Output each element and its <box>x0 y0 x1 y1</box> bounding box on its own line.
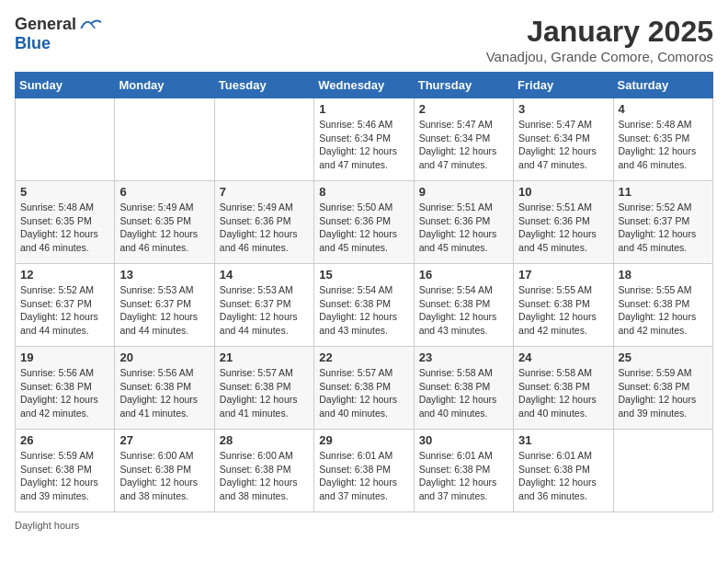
day-info: Sunrise: 5:59 AM Sunset: 6:38 PM Dayligh… <box>619 366 708 420</box>
footer: Daylight hours <box>15 520 713 531</box>
logo-bird-icon <box>80 16 102 34</box>
day-number: 25 <box>619 350 708 364</box>
calendar-week-row: 26Sunrise: 5:59 AM Sunset: 6:38 PM Dayli… <box>16 430 713 512</box>
calendar-cell: 13Sunrise: 5:53 AM Sunset: 6:37 PM Dayli… <box>115 264 214 347</box>
calendar-week-row: 19Sunrise: 5:56 AM Sunset: 6:38 PM Dayli… <box>16 347 713 430</box>
day-info: Sunrise: 5:49 AM Sunset: 6:36 PM Dayligh… <box>220 201 309 255</box>
day-info: Sunrise: 5:47 AM Sunset: 6:34 PM Dayligh… <box>518 118 608 172</box>
day-number: 2 <box>419 102 508 116</box>
title-area: January 2025 Vanadjou, Grande Comore, Co… <box>486 15 713 64</box>
day-info: Sunrise: 5:58 AM Sunset: 6:38 PM Dayligh… <box>419 366 508 420</box>
day-number: 21 <box>220 350 309 364</box>
day-number: 13 <box>119 268 209 282</box>
day-info: Sunrise: 5:53 AM Sunset: 6:37 PM Dayligh… <box>220 283 309 338</box>
calendar-week-row: 1Sunrise: 5:46 AM Sunset: 6:34 PM Daylig… <box>16 98 713 181</box>
day-info: Sunrise: 5:53 AM Sunset: 6:37 PM Dayligh… <box>119 283 209 338</box>
day-info: Sunrise: 5:46 AM Sunset: 6:34 PM Dayligh… <box>319 118 408 172</box>
calendar-cell: 19Sunrise: 5:56 AM Sunset: 6:38 PM Dayli… <box>16 347 115 430</box>
logo: General Blue <box>15 15 102 53</box>
day-number: 19 <box>20 350 109 364</box>
day-number: 20 <box>119 350 209 364</box>
day-info: Sunrise: 5:57 AM Sunset: 6:38 PM Dayligh… <box>220 366 309 420</box>
day-info: Sunrise: 5:47 AM Sunset: 6:34 PM Dayligh… <box>419 118 508 172</box>
calendar-cell: 10Sunrise: 5:51 AM Sunset: 6:36 PM Dayli… <box>514 181 613 264</box>
calendar-cell: 25Sunrise: 5:59 AM Sunset: 6:38 PM Dayli… <box>613 347 712 430</box>
calendar-cell: 4Sunrise: 5:48 AM Sunset: 6:35 PM Daylig… <box>613 98 712 181</box>
day-info: Sunrise: 5:52 AM Sunset: 6:37 PM Dayligh… <box>619 201 708 255</box>
logo-general-text: General <box>15 15 76 34</box>
calendar-table: SundayMondayTuesdayWednesdayThursdayFrid… <box>15 72 713 512</box>
calendar-cell: 30Sunrise: 6:01 AM Sunset: 6:38 PM Dayli… <box>414 430 513 512</box>
calendar-cell: 31Sunrise: 6:01 AM Sunset: 6:38 PM Dayli… <box>514 430 613 512</box>
day-info: Sunrise: 5:55 AM Sunset: 6:38 PM Dayligh… <box>518 283 608 338</box>
calendar-cell: 11Sunrise: 5:52 AM Sunset: 6:37 PM Dayli… <box>613 181 712 264</box>
day-number: 14 <box>220 268 309 282</box>
day-number: 24 <box>518 350 608 364</box>
calendar-cell: 26Sunrise: 5:59 AM Sunset: 6:38 PM Dayli… <box>16 430 115 512</box>
day-info: Sunrise: 5:55 AM Sunset: 6:38 PM Dayligh… <box>619 283 708 338</box>
calendar-cell: 21Sunrise: 5:57 AM Sunset: 6:38 PM Dayli… <box>214 347 313 430</box>
calendar-cell: 17Sunrise: 5:55 AM Sunset: 6:38 PM Dayli… <box>514 264 613 347</box>
day-number: 29 <box>319 433 408 447</box>
day-info: Sunrise: 5:51 AM Sunset: 6:36 PM Dayligh… <box>518 201 608 255</box>
header: General Blue January 2025 Vanadjou, Gran… <box>15 15 713 64</box>
day-number: 1 <box>319 102 408 116</box>
calendar-cell: 12Sunrise: 5:52 AM Sunset: 6:37 PM Dayli… <box>16 264 115 347</box>
logo-blue-text: Blue <box>15 34 51 53</box>
calendar-cell: 29Sunrise: 6:01 AM Sunset: 6:38 PM Dayli… <box>314 430 414 512</box>
calendar-cell: 24Sunrise: 5:58 AM Sunset: 6:38 PM Dayli… <box>514 347 613 430</box>
day-info: Sunrise: 5:50 AM Sunset: 6:36 PM Dayligh… <box>319 201 408 255</box>
day-info: Sunrise: 5:54 AM Sunset: 6:38 PM Dayligh… <box>419 283 508 338</box>
day-number: 5 <box>20 185 109 199</box>
day-info: Sunrise: 5:58 AM Sunset: 6:38 PM Dayligh… <box>518 366 608 420</box>
day-info: Sunrise: 5:49 AM Sunset: 6:35 PM Dayligh… <box>119 201 209 255</box>
column-header-saturday: Saturday <box>613 73 712 98</box>
calendar-cell: 14Sunrise: 5:53 AM Sunset: 6:37 PM Dayli… <box>214 264 313 347</box>
calendar-cell: 27Sunrise: 6:00 AM Sunset: 6:38 PM Dayli… <box>115 430 214 512</box>
calendar-header-row: SundayMondayTuesdayWednesdayThursdayFrid… <box>16 73 713 98</box>
calendar-week-row: 12Sunrise: 5:52 AM Sunset: 6:37 PM Dayli… <box>16 264 713 347</box>
calendar-cell <box>613 430 712 512</box>
calendar-cell: 22Sunrise: 5:57 AM Sunset: 6:38 PM Dayli… <box>314 347 414 430</box>
day-number: 8 <box>319 185 408 199</box>
calendar-cell: 15Sunrise: 5:54 AM Sunset: 6:38 PM Dayli… <box>314 264 414 347</box>
day-number: 30 <box>419 433 508 447</box>
calendar-cell <box>214 98 313 181</box>
day-info: Sunrise: 6:01 AM Sunset: 6:38 PM Dayligh… <box>319 449 408 503</box>
day-number: 15 <box>319 268 408 282</box>
calendar-cell: 7Sunrise: 5:49 AM Sunset: 6:36 PM Daylig… <box>214 181 313 264</box>
day-number: 28 <box>220 433 309 447</box>
calendar-cell: 16Sunrise: 5:54 AM Sunset: 6:38 PM Dayli… <box>414 264 513 347</box>
column-header-sunday: Sunday <box>16 73 115 98</box>
day-info: Sunrise: 6:01 AM Sunset: 6:38 PM Dayligh… <box>518 449 608 503</box>
calendar-cell: 2Sunrise: 5:47 AM Sunset: 6:34 PM Daylig… <box>414 98 513 181</box>
day-number: 12 <box>20 268 109 282</box>
calendar-cell: 28Sunrise: 6:00 AM Sunset: 6:38 PM Dayli… <box>214 430 313 512</box>
calendar-cell: 1Sunrise: 5:46 AM Sunset: 6:34 PM Daylig… <box>314 98 414 181</box>
day-info: Sunrise: 5:56 AM Sunset: 6:38 PM Dayligh… <box>119 366 209 420</box>
calendar-cell: 5Sunrise: 5:48 AM Sunset: 6:35 PM Daylig… <box>16 181 115 264</box>
calendar-cell: 9Sunrise: 5:51 AM Sunset: 6:36 PM Daylig… <box>414 181 513 264</box>
calendar-cell: 23Sunrise: 5:58 AM Sunset: 6:38 PM Dayli… <box>414 347 513 430</box>
day-number: 10 <box>518 185 608 199</box>
day-info: Sunrise: 5:48 AM Sunset: 6:35 PM Dayligh… <box>20 201 109 255</box>
day-info: Sunrise: 5:59 AM Sunset: 6:38 PM Dayligh… <box>20 449 109 503</box>
day-number: 26 <box>20 433 109 447</box>
day-number: 27 <box>119 433 209 447</box>
day-info: Sunrise: 5:54 AM Sunset: 6:38 PM Dayligh… <box>319 283 408 338</box>
day-info: Sunrise: 5:56 AM Sunset: 6:38 PM Dayligh… <box>20 366 109 420</box>
day-number: 11 <box>619 185 708 199</box>
column-header-friday: Friday <box>514 73 613 98</box>
month-title: January 2025 <box>486 15 713 49</box>
day-info: Sunrise: 5:52 AM Sunset: 6:37 PM Dayligh… <box>20 283 109 338</box>
calendar-cell <box>16 98 115 181</box>
day-number: 18 <box>619 268 708 282</box>
column-header-tuesday: Tuesday <box>214 73 313 98</box>
day-number: 9 <box>419 185 508 199</box>
day-number: 6 <box>119 185 209 199</box>
day-number: 4 <box>619 102 708 116</box>
calendar-cell <box>115 98 214 181</box>
location-subtitle: Vanadjou, Grande Comore, Comoros <box>486 49 713 64</box>
calendar-cell: 8Sunrise: 5:50 AM Sunset: 6:36 PM Daylig… <box>314 181 414 264</box>
day-number: 3 <box>518 102 608 116</box>
